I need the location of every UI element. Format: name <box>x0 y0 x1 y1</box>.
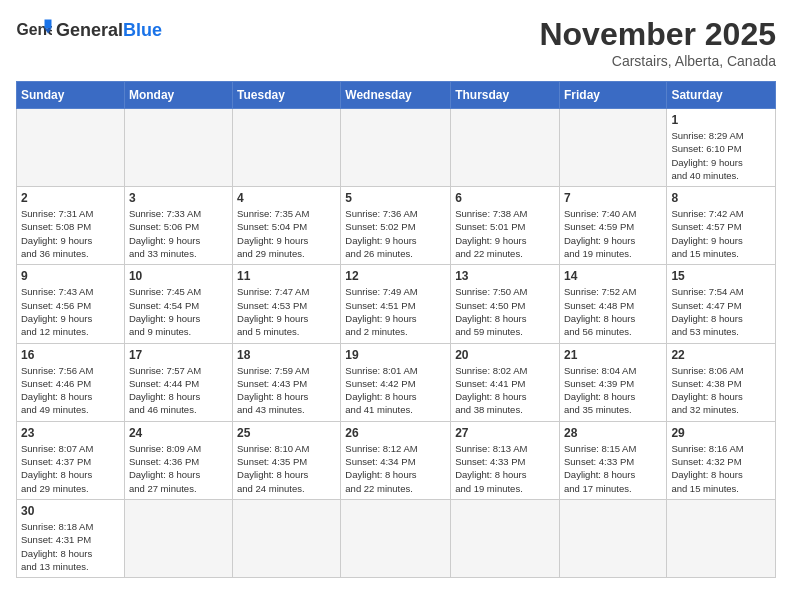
day-number: 19 <box>345 348 446 362</box>
calendar-cell: 4Sunrise: 7:35 AM Sunset: 5:04 PM Daylig… <box>233 187 341 265</box>
calendar-cell <box>124 109 232 187</box>
logo: General GeneralBlue <box>16 16 162 44</box>
day-info: Sunrise: 7:42 AM Sunset: 4:57 PM Dayligh… <box>671 207 771 260</box>
day-number: 4 <box>237 191 336 205</box>
week-row-2: 2Sunrise: 7:31 AM Sunset: 5:08 PM Daylig… <box>17 187 776 265</box>
calendar: SundayMondayTuesdayWednesdayThursdayFrid… <box>16 81 776 578</box>
calendar-cell: 1Sunrise: 8:29 AM Sunset: 6:10 PM Daylig… <box>667 109 776 187</box>
day-number: 24 <box>129 426 228 440</box>
calendar-cell <box>341 109 451 187</box>
calendar-cell: 21Sunrise: 8:04 AM Sunset: 4:39 PM Dayli… <box>559 343 666 421</box>
day-number: 14 <box>564 269 662 283</box>
logo-blue: Blue <box>123 20 162 40</box>
calendar-cell: 13Sunrise: 7:50 AM Sunset: 4:50 PM Dayli… <box>451 265 560 343</box>
day-info: Sunrise: 8:07 AM Sunset: 4:37 PM Dayligh… <box>21 442 120 495</box>
day-number: 20 <box>455 348 555 362</box>
calendar-cell: 7Sunrise: 7:40 AM Sunset: 4:59 PM Daylig… <box>559 187 666 265</box>
weekday-header-thursday: Thursday <box>451 82 560 109</box>
calendar-cell <box>451 499 560 577</box>
calendar-cell: 30Sunrise: 8:18 AM Sunset: 4:31 PM Dayli… <box>17 499 125 577</box>
day-number: 23 <box>21 426 120 440</box>
calendar-cell: 27Sunrise: 8:13 AM Sunset: 4:33 PM Dayli… <box>451 421 560 499</box>
day-info: Sunrise: 7:49 AM Sunset: 4:51 PM Dayligh… <box>345 285 446 338</box>
calendar-cell: 19Sunrise: 8:01 AM Sunset: 4:42 PM Dayli… <box>341 343 451 421</box>
day-info: Sunrise: 8:29 AM Sunset: 6:10 PM Dayligh… <box>671 129 771 182</box>
calendar-cell: 17Sunrise: 7:57 AM Sunset: 4:44 PM Dayli… <box>124 343 232 421</box>
calendar-cell: 26Sunrise: 8:12 AM Sunset: 4:34 PM Dayli… <box>341 421 451 499</box>
header: General GeneralBlue November 2025 Carsta… <box>16 16 776 69</box>
day-number: 26 <box>345 426 446 440</box>
calendar-cell: 24Sunrise: 8:09 AM Sunset: 4:36 PM Dayli… <box>124 421 232 499</box>
day-info: Sunrise: 8:18 AM Sunset: 4:31 PM Dayligh… <box>21 520 120 573</box>
day-number: 8 <box>671 191 771 205</box>
day-number: 15 <box>671 269 771 283</box>
location-title: Carstairs, Alberta, Canada <box>539 53 776 69</box>
day-number: 18 <box>237 348 336 362</box>
day-info: Sunrise: 7:45 AM Sunset: 4:54 PM Dayligh… <box>129 285 228 338</box>
weekday-header-sunday: Sunday <box>17 82 125 109</box>
calendar-cell: 16Sunrise: 7:56 AM Sunset: 4:46 PM Dayli… <box>17 343 125 421</box>
weekday-header-wednesday: Wednesday <box>341 82 451 109</box>
day-info: Sunrise: 7:56 AM Sunset: 4:46 PM Dayligh… <box>21 364 120 417</box>
calendar-cell <box>559 499 666 577</box>
day-number: 27 <box>455 426 555 440</box>
calendar-cell: 23Sunrise: 8:07 AM Sunset: 4:37 PM Dayli… <box>17 421 125 499</box>
calendar-cell <box>17 109 125 187</box>
calendar-cell: 3Sunrise: 7:33 AM Sunset: 5:06 PM Daylig… <box>124 187 232 265</box>
day-info: Sunrise: 8:09 AM Sunset: 4:36 PM Dayligh… <box>129 442 228 495</box>
day-info: Sunrise: 7:38 AM Sunset: 5:01 PM Dayligh… <box>455 207 555 260</box>
day-number: 30 <box>21 504 120 518</box>
weekday-header-friday: Friday <box>559 82 666 109</box>
day-number: 7 <box>564 191 662 205</box>
calendar-cell: 29Sunrise: 8:16 AM Sunset: 4:32 PM Dayli… <box>667 421 776 499</box>
weekday-header-saturday: Saturday <box>667 82 776 109</box>
day-number: 29 <box>671 426 771 440</box>
day-number: 16 <box>21 348 120 362</box>
calendar-cell <box>667 499 776 577</box>
week-row-5: 23Sunrise: 8:07 AM Sunset: 4:37 PM Dayli… <box>17 421 776 499</box>
day-info: Sunrise: 8:13 AM Sunset: 4:33 PM Dayligh… <box>455 442 555 495</box>
day-info: Sunrise: 7:40 AM Sunset: 4:59 PM Dayligh… <box>564 207 662 260</box>
day-number: 21 <box>564 348 662 362</box>
calendar-cell: 5Sunrise: 7:36 AM Sunset: 5:02 PM Daylig… <box>341 187 451 265</box>
day-info: Sunrise: 8:01 AM Sunset: 4:42 PM Dayligh… <box>345 364 446 417</box>
week-row-6: 30Sunrise: 8:18 AM Sunset: 4:31 PM Dayli… <box>17 499 776 577</box>
day-number: 3 <box>129 191 228 205</box>
calendar-cell: 22Sunrise: 8:06 AM Sunset: 4:38 PM Dayli… <box>667 343 776 421</box>
day-info: Sunrise: 7:31 AM Sunset: 5:08 PM Dayligh… <box>21 207 120 260</box>
day-number: 28 <box>564 426 662 440</box>
calendar-cell <box>559 109 666 187</box>
month-title: November 2025 <box>539 16 776 53</box>
calendar-cell <box>341 499 451 577</box>
day-info: Sunrise: 7:33 AM Sunset: 5:06 PM Dayligh… <box>129 207 228 260</box>
day-info: Sunrise: 7:54 AM Sunset: 4:47 PM Dayligh… <box>671 285 771 338</box>
calendar-cell: 15Sunrise: 7:54 AM Sunset: 4:47 PM Dayli… <box>667 265 776 343</box>
calendar-cell <box>233 499 341 577</box>
day-number: 22 <box>671 348 771 362</box>
day-info: Sunrise: 8:02 AM Sunset: 4:41 PM Dayligh… <box>455 364 555 417</box>
calendar-cell: 18Sunrise: 7:59 AM Sunset: 4:43 PM Dayli… <box>233 343 341 421</box>
calendar-cell: 11Sunrise: 7:47 AM Sunset: 4:53 PM Dayli… <box>233 265 341 343</box>
calendar-cell: 25Sunrise: 8:10 AM Sunset: 4:35 PM Dayli… <box>233 421 341 499</box>
calendar-cell: 10Sunrise: 7:45 AM Sunset: 4:54 PM Dayli… <box>124 265 232 343</box>
logo-icon: General <box>16 16 52 44</box>
day-info: Sunrise: 8:16 AM Sunset: 4:32 PM Dayligh… <box>671 442 771 495</box>
day-info: Sunrise: 8:06 AM Sunset: 4:38 PM Dayligh… <box>671 364 771 417</box>
day-info: Sunrise: 7:57 AM Sunset: 4:44 PM Dayligh… <box>129 364 228 417</box>
title-area: November 2025 Carstairs, Alberta, Canada <box>539 16 776 69</box>
weekday-header-tuesday: Tuesday <box>233 82 341 109</box>
weekday-header-row: SundayMondayTuesdayWednesdayThursdayFrid… <box>17 82 776 109</box>
day-number: 10 <box>129 269 228 283</box>
week-row-4: 16Sunrise: 7:56 AM Sunset: 4:46 PM Dayli… <box>17 343 776 421</box>
calendar-cell: 20Sunrise: 8:02 AM Sunset: 4:41 PM Dayli… <box>451 343 560 421</box>
day-number: 25 <box>237 426 336 440</box>
week-row-3: 9Sunrise: 7:43 AM Sunset: 4:56 PM Daylig… <box>17 265 776 343</box>
day-number: 1 <box>671 113 771 127</box>
calendar-cell <box>124 499 232 577</box>
calendar-cell: 14Sunrise: 7:52 AM Sunset: 4:48 PM Dayli… <box>559 265 666 343</box>
day-info: Sunrise: 8:04 AM Sunset: 4:39 PM Dayligh… <box>564 364 662 417</box>
day-number: 2 <box>21 191 120 205</box>
day-info: Sunrise: 8:15 AM Sunset: 4:33 PM Dayligh… <box>564 442 662 495</box>
day-info: Sunrise: 7:36 AM Sunset: 5:02 PM Dayligh… <box>345 207 446 260</box>
day-number: 5 <box>345 191 446 205</box>
